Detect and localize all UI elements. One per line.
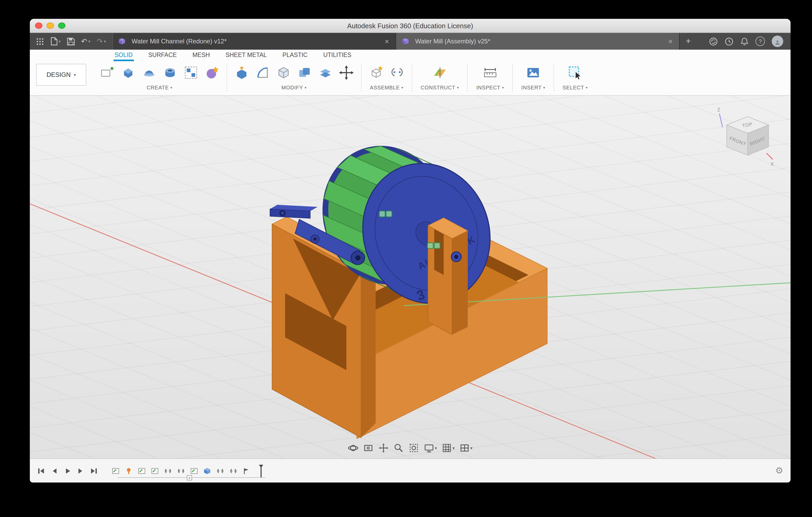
display-settings-icon[interactable]: ▾ — [424, 443, 437, 453]
minimize-window-button[interactable] — [47, 23, 54, 29]
group-separator — [361, 63, 361, 91]
recent-activity-icon[interactable] — [725, 37, 733, 46]
step-forward-icon[interactable] — [77, 466, 85, 475]
viewport-nav-toolbar: ▾ ▾ ▾ — [348, 443, 472, 453]
save-icon[interactable] — [67, 37, 75, 45]
document-cube-icon — [402, 38, 409, 45]
step-back-icon[interactable] — [50, 466, 59, 475]
tab-water-mill-channel[interactable]: Water Mill Channel (Redone) v12* × — [112, 33, 396, 50]
create-form-button[interactable] — [202, 63, 221, 83]
close-tab-icon[interactable]: × — [667, 37, 674, 45]
tab-surface[interactable]: SURFACE — [147, 52, 178, 61]
go-to-start-icon[interactable] — [37, 466, 46, 475]
timeline-feature-sketch-icon[interactable] — [138, 466, 146, 475]
insert-menu[interactable]: INSERT ▾ — [518, 84, 549, 91]
chevron-down-icon: ▾ — [59, 39, 61, 44]
look-at-icon[interactable] — [363, 443, 374, 453]
timeline-feature-component-icon[interactable] — [203, 466, 211, 475]
zo om-icon[interactable] — [394, 443, 404, 453]
sync-status-icon[interactable] — [709, 37, 718, 46]
new-component-button[interactable] — [367, 63, 385, 83]
select-menu[interactable]: SELECT ▾ — [559, 84, 591, 91]
shell-button[interactable] — [274, 63, 293, 83]
measure-button[interactable] — [481, 63, 500, 83]
timeline-feature-sketch-icon[interactable] — [111, 466, 120, 475]
timeline-feature-sketch-icon[interactable] — [151, 466, 159, 475]
chevron-down-icon: ▾ — [502, 86, 504, 90]
pan-icon[interactable] — [378, 443, 389, 453]
close-tab-icon[interactable]: × — [384, 37, 390, 45]
viewcube[interactable]: Z X TOP FRONT RIGHT — [715, 104, 778, 167]
undo-icon[interactable]: ↶ ▾ — [81, 38, 90, 45]
timeline-position-marker[interactable] — [257, 464, 265, 478]
tab-label: Water Mill (Assembly) v25* — [415, 38, 490, 45]
new-tab-icon[interactable]: + — [679, 33, 697, 50]
viewports-icon[interactable]: ▾ — [459, 443, 472, 453]
construction-plane-button[interactable] — [430, 63, 449, 83]
press-pull-button[interactable] — [232, 63, 251, 83]
timeline-zoom-toggle[interactable]: + — [187, 475, 192, 480]
tab-utilities[interactable]: UTILITIES — [322, 52, 352, 61]
window-controls — [35, 19, 65, 32]
tab-mesh[interactable]: MESH — [192, 52, 211, 61]
timeline-feature-pin-icon[interactable] — [124, 466, 133, 475]
hole-button[interactable] — [161, 63, 179, 83]
offset-face-button[interactable] — [316, 63, 335, 83]
account-avatar[interactable] — [772, 35, 783, 47]
construct-menu[interactable]: CONSTRUCT ▾ — [417, 84, 462, 91]
ribbon-toolbar: DESIGN ▾ CREATE ▾ — [30, 61, 790, 95]
timeline-feature-flag-icon[interactable] — [242, 466, 251, 475]
help-icon[interactable]: ? — [755, 37, 765, 46]
orbit-icon[interactable] — [348, 443, 358, 453]
timeline-settings-gear-icon[interactable]: ⚙ — [775, 465, 783, 476]
grid-display-icon[interactable]: ▾ — [442, 443, 455, 453]
create-sketch-button[interactable] — [98, 63, 117, 83]
pattern-button[interactable] — [181, 63, 200, 83]
timeline-feature-joint-icon[interactable] — [164, 466, 172, 475]
x-axis-label: X — [771, 161, 774, 167]
redo-icon[interactable]: ↷ ▾ — [97, 38, 106, 45]
play-icon[interactable] — [63, 466, 72, 475]
app-grid-icon[interactable] — [36, 37, 44, 45]
chevron-down-icon: ▾ — [543, 86, 545, 90]
chevron-down-icon: ▾ — [88, 39, 90, 44]
group-separator — [513, 63, 513, 91]
select-window-button[interactable] — [566, 63, 585, 83]
extrude-button[interactable] — [119, 63, 138, 83]
move-button[interactable] — [337, 63, 356, 83]
revolve-button[interactable] — [140, 63, 158, 83]
timeline-feature-joint-icon[interactable] — [229, 466, 237, 475]
modify-menu[interactable]: MODIFY ▾ — [278, 84, 310, 91]
workspace-selector[interactable]: DESIGN ▾ — [36, 64, 86, 86]
ribbon-group-modify: MODIFY ▾ — [228, 62, 360, 91]
fit-icon[interactable] — [409, 443, 419, 453]
group-separator — [227, 63, 227, 91]
z-axis-label: Z — [717, 107, 720, 112]
combine-button[interactable] — [295, 63, 314, 83]
axle-post[interactable] — [428, 218, 468, 335]
zoom-window-button[interactable] — [58, 23, 65, 29]
ribbon-tabs: SOLID SURFACE MESH SHEET METAL PLASTIC U… — [30, 50, 790, 61]
file-menu-icon[interactable]: ▾ — [50, 37, 61, 45]
notifications-bell-icon[interactable] — [740, 37, 749, 46]
chevron-down-icon: ▾ — [435, 446, 437, 450]
close-window-button[interactable] — [35, 23, 42, 29]
tab-plastic[interactable]: PLASTIC — [282, 52, 309, 61]
tab-solid[interactable]: SOLID — [114, 52, 134, 61]
3d-viewport-canvas[interactable]: AUTODESK 3 — [30, 96, 790, 458]
assemble-menu[interactable]: ASSEMBLE ▾ — [367, 84, 407, 91]
inspect-menu[interactable]: INSPECT ▾ — [473, 84, 507, 91]
tab-water-mill-assembly[interactable]: Water Mill (Assembly) v25* × — [396, 33, 679, 50]
insert-canvas-button[interactable] — [524, 63, 543, 83]
chevron-down-icon: ▾ — [401, 86, 403, 90]
ribbon-group-assemble: ASSEMBLE ▾ — [362, 62, 411, 91]
tab-sheet-metal[interactable]: SHEET METAL — [225, 52, 268, 61]
timeline-feature-joint-icon[interactable] — [177, 466, 185, 475]
timeline-feature-sketch-icon[interactable] — [190, 466, 198, 475]
joint-button[interactable] — [388, 63, 407, 83]
timeline-feature-joint-icon[interactable] — [216, 466, 225, 475]
go-to-end-icon[interactable] — [89, 466, 98, 475]
3d-viewport[interactable]: AUTODESK 3 — [30, 96, 790, 458]
fillet-button[interactable] — [253, 63, 272, 83]
create-menu[interactable]: CREATE ▾ — [144, 84, 176, 91]
